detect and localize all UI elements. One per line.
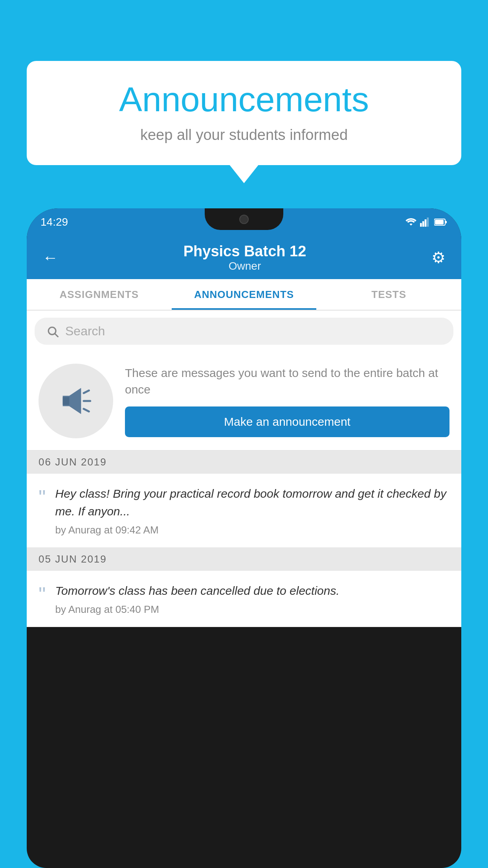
status-time: 14:29 xyxy=(40,216,68,228)
status-bar: 14:29 xyxy=(27,208,461,236)
svg-rect-1 xyxy=(422,221,424,227)
front-camera xyxy=(239,215,249,224)
tab-assignments[interactable]: ASSIGNMENTS xyxy=(27,279,172,310)
search-placeholder: Search xyxy=(65,324,105,338)
phone-notch xyxy=(205,208,283,230)
megaphone-icon xyxy=(56,381,95,421)
announcement-item-2[interactable]: " Tomorrow's class has been cancelled du… xyxy=(27,571,461,627)
quote-icon-2: " xyxy=(39,584,46,605)
search-icon xyxy=(46,325,59,338)
speech-bubble-container: Announcements keep all your students inf… xyxy=(27,61,461,165)
tab-tests[interactable]: TESTS xyxy=(316,279,461,310)
promo-section: These are messages you want to send to t… xyxy=(27,352,461,451)
gear-icon[interactable]: ⚙ xyxy=(427,245,449,270)
search-container: Search xyxy=(27,311,461,352)
tabs-bar: ASSIGNMENTS ANNOUNCEMENTS TESTS xyxy=(27,279,461,311)
back-button[interactable]: ← xyxy=(39,245,62,270)
announcement-text-1: Hey class! Bring your practical record b… xyxy=(55,485,449,520)
announcement-item-1[interactable]: " Hey class! Bring your practical record… xyxy=(27,474,461,548)
bubble-title: Announcements xyxy=(42,81,446,119)
app-header: ← Physics Batch 12 Owner ⚙ xyxy=(27,236,461,279)
svg-line-13 xyxy=(84,409,89,412)
svg-rect-10 xyxy=(63,397,70,405)
battery-icon xyxy=(434,217,448,227)
svg-rect-6 xyxy=(435,220,444,224)
announcement-text-container-2: Tomorrow's class has been cancelled due … xyxy=(55,582,449,616)
announcement-text-container-1: Hey class! Bring your practical record b… xyxy=(55,485,449,536)
date-divider-2: 05 JUN 2019 xyxy=(27,548,461,571)
svg-rect-0 xyxy=(420,223,422,226)
owner-label: Owner xyxy=(183,260,306,272)
status-icons xyxy=(405,217,448,227)
batch-title: Physics Batch 12 xyxy=(183,243,306,260)
tab-announcements[interactable]: ANNOUNCEMENTS xyxy=(172,279,317,310)
svg-line-8 xyxy=(55,333,58,337)
svg-rect-5 xyxy=(445,221,447,223)
wifi-icon xyxy=(405,217,417,227)
promo-icon-circle xyxy=(39,364,113,438)
announcement-meta-2: by Anurag at 05:40 PM xyxy=(55,603,449,616)
speech-bubble: Announcements keep all your students inf… xyxy=(27,61,461,165)
svg-rect-3 xyxy=(427,217,429,226)
header-title-container: Physics Batch 12 Owner xyxy=(183,243,306,272)
phone-frame: 14:29 xyxy=(27,208,461,868)
signal-icon xyxy=(420,217,431,227)
promo-right: These are messages you want to send to t… xyxy=(125,365,449,437)
svg-rect-2 xyxy=(425,219,427,227)
quote-icon-1: " xyxy=(39,487,46,508)
svg-line-11 xyxy=(84,390,89,393)
announcement-meta-1: by Anurag at 09:42 AM xyxy=(55,524,449,536)
promo-description: These are messages you want to send to t… xyxy=(125,365,449,398)
search-bar[interactable]: Search xyxy=(35,318,453,345)
announcement-text-2: Tomorrow's class has been cancelled due … xyxy=(55,582,449,600)
date-divider-1: 06 JUN 2019 xyxy=(27,451,461,474)
make-announcement-button[interactable]: Make an announcement xyxy=(125,406,449,437)
phone-content: Search These are messages you want to se… xyxy=(27,311,461,627)
bubble-subtitle: keep all your students informed xyxy=(42,127,446,143)
